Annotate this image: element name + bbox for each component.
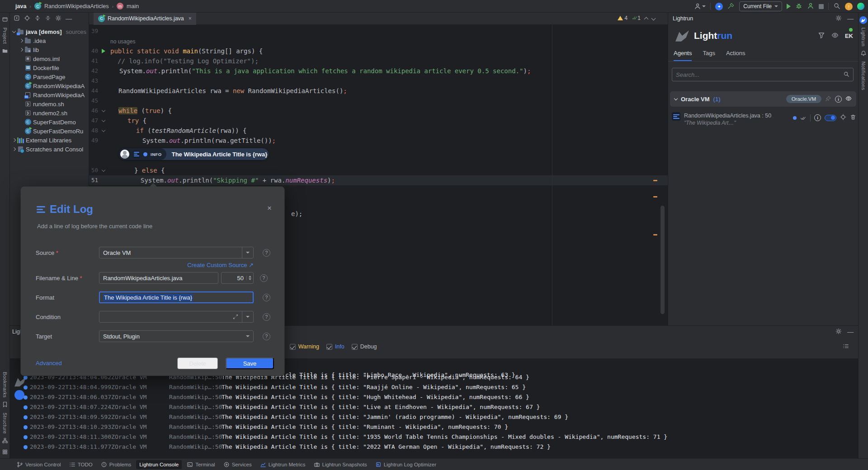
search-everywhere-icon[interactable] (833, 2, 840, 11)
tree-item-rundemo-sh[interactable]: ❯rundemo.sh (10, 99, 89, 108)
run-line-icon[interactable] (102, 49, 105, 53)
chevron-right-icon[interactable] (19, 39, 23, 42)
select-opened-file-icon[interactable] (14, 15, 20, 23)
log-row[interactable]: 2023-09-22T13:48:11.300ZOracle VMRandomW… (10, 432, 858, 442)
close-icon[interactable]: × (267, 204, 272, 213)
filename-input[interactable]: RandomWikipediaArticles.java (99, 272, 218, 284)
debug-button[interactable] (795, 2, 802, 11)
save-button[interactable]: Save (226, 357, 274, 369)
project-window-icon[interactable] (2, 16, 8, 24)
toolbox-icon[interactable] (857, 3, 864, 10)
info-icon[interactable]: i (835, 96, 842, 103)
stripe-notifications-label[interactable]: Notifications (861, 61, 866, 90)
line-stepper[interactable] (246, 276, 251, 280)
fold-chevron-icon[interactable] (101, 168, 105, 171)
tree-item-randomwikipediaa[interactable]: 01RandomWikipediaA (10, 90, 89, 99)
stripe-lightrun-label[interactable]: Lightrun (861, 28, 866, 47)
prev-problem-icon[interactable] (644, 17, 649, 21)
line-number[interactable]: 51 (89, 175, 98, 185)
line-number[interactable]: 46 (89, 106, 98, 116)
line-number[interactable]: 39 (89, 26, 98, 36)
tree-item-randomwikipediaa[interactable]: CRandomWikipediaA (10, 81, 89, 90)
line-number[interactable]: 49 (89, 136, 98, 146)
console-settings-gear-icon[interactable] (835, 328, 842, 336)
breadcrumb-item[interactable]: RandomWikipediaArticles (44, 3, 108, 9)
tab-actions[interactable]: Actions (726, 50, 745, 61)
fold-chevron-icon[interactable] (101, 108, 105, 112)
info-icon[interactable]: i (814, 114, 821, 121)
create-custom-source-link[interactable]: Create Custom Source ↗ (187, 262, 254, 268)
stripe-structure-label[interactable]: Structure (2, 413, 8, 434)
warning-stripe-mark[interactable] (653, 196, 657, 197)
agent-group-row[interactable]: Oracle VM (1) Oracle.VM i (670, 91, 856, 107)
run-button[interactable] (787, 4, 791, 9)
project-settings-gear-icon[interactable] (55, 15, 61, 23)
breadcrumb-item[interactable]: java (15, 3, 26, 9)
tree-item-superfastdemo[interactable]: CSuperFastDemo (10, 118, 89, 127)
lightrun-stripe-icon[interactable] (859, 16, 867, 24)
hide-panel-icon[interactable]: — (847, 15, 854, 22)
update-icon[interactable]: ↑ (845, 3, 853, 10)
help-icon[interactable]: ? (263, 313, 270, 321)
target-select[interactable]: Stdout, Plugin (99, 330, 254, 342)
warning-stripe-mark[interactable] (653, 180, 657, 181)
line-number[interactable]: 40 (89, 46, 98, 56)
pin-icon[interactable] (825, 95, 831, 103)
source-select[interactable]: Oracle VM (99, 247, 254, 258)
user-icon[interactable] (694, 3, 706, 10)
line-number[interactable]: 42 (89, 66, 98, 76)
log-row[interactable]: 2023-09-22T13:48:10.293ZOracle VMRandomW… (10, 422, 858, 432)
tree-item-java-demos-[interactable]: java [demos]sources (10, 27, 89, 36)
search-input[interactable] (676, 71, 843, 78)
chevron-down-icon[interactable] (674, 96, 678, 100)
expand-all-icon[interactable] (34, 15, 41, 23)
line-number[interactable]: 45 (89, 96, 98, 106)
stop-button[interactable] (819, 4, 824, 9)
statusbar-todo[interactable]: TODO (66, 460, 96, 469)
ai-assistant-icon[interactable]: ✦ (715, 3, 723, 10)
statusbar-lightrun-metrics[interactable]: Lightrun Metrics (257, 460, 309, 469)
tree-item-dockerfile[interactable]: Dockerfile (10, 63, 89, 72)
line-number[interactable]: 50 (89, 165, 98, 175)
checkbox-icon[interactable] (352, 344, 358, 350)
eye-icon[interactable] (845, 95, 852, 103)
line-number-input[interactable]: 50 (221, 272, 254, 284)
expand-editor-icon[interactable] (233, 314, 238, 320)
tab-agents[interactable]: Agents (674, 50, 692, 61)
goto-source-icon[interactable] (840, 114, 846, 122)
checkbox-icon[interactable] (326, 344, 332, 350)
log-row[interactable]: 2023-09-22T13:48:09.592ZOracle VMRandomW… (10, 412, 858, 422)
notifications-bell-icon[interactable] (860, 50, 867, 58)
delete-button[interactable]: Delete (177, 357, 218, 369)
statusbar-services[interactable]: Services (220, 460, 255, 469)
structure-icon[interactable] (2, 437, 8, 445)
stripe-bookmarks-label[interactable]: Bookmarks (2, 372, 8, 398)
log-action-row[interactable]: RandomWikipediaArticles.java : 50 "The W… (672, 112, 856, 127)
tree-item-scratches-and-consol[interactable]: Scratches and Consol (10, 145, 89, 154)
log-row[interactable]: 2023-09-22T13:48:11.977ZOracle VMRandomW… (10, 442, 858, 452)
advanced-link[interactable]: Advanced (36, 360, 62, 367)
statusbar-lightrun-console[interactable]: Lightrun Console (136, 460, 182, 469)
tree-item-demos-iml[interactable]: ▦demos.iml (10, 54, 89, 63)
tree-item-parsedpage[interactable]: CParsedPage (10, 72, 89, 81)
eye-icon[interactable] (831, 32, 839, 40)
fold-chevron-icon[interactable] (101, 128, 105, 132)
fold-chevron-icon[interactable] (101, 118, 105, 122)
hide-panel-icon[interactable]: — (847, 328, 854, 335)
log-row[interactable]: 2023-09-22T13:48:04.999ZOracle VMRandomW… (10, 382, 858, 392)
help-icon[interactable]: ? (263, 333, 270, 340)
tree-item-lib[interactable]: lib (10, 45, 89, 54)
line-number[interactable]: 48 (89, 126, 98, 136)
panel-settings-gear-icon[interactable] (835, 15, 842, 23)
console-options-icon[interactable] (843, 343, 849, 351)
chevron-down-icon[interactable] (12, 29, 16, 33)
user-initials[interactable]: EK (845, 33, 853, 39)
line-number[interactable]: 41 (89, 56, 98, 66)
bookmark-icon[interactable] (2, 401, 8, 409)
line-number[interactable]: 44 (89, 86, 98, 96)
help-icon[interactable]: ? (263, 249, 270, 257)
line-number[interactable] (89, 36, 98, 46)
log-row[interactable]: 2023-09-22T13:48:06.037ZOracle VMRandomW… (10, 392, 858, 402)
line-number[interactable]: 47 (89, 116, 98, 126)
format-input[interactable]: The Wikipedia Article Title is {rwa} (99, 291, 254, 303)
